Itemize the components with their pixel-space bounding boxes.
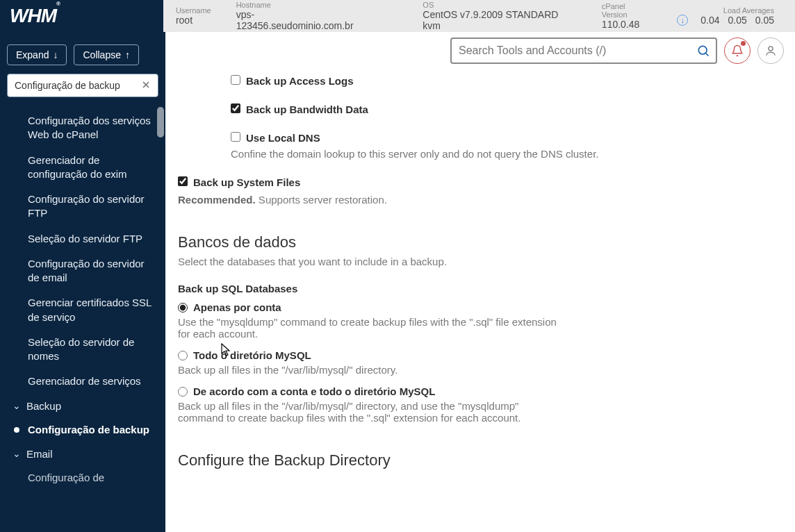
sidebar-scroll-thumb[interactable] — [157, 107, 164, 138]
meta-username: Username root — [163, 6, 224, 26]
radio-entire-dir-label: Todo o diretório MySQL — [193, 349, 311, 361]
db-subheading: Select the databases that you want to in… — [178, 256, 767, 267]
sidebar-item[interactable]: Configuração do servidor FTP — [0, 187, 165, 226]
radio-row-both: De acordo com a conta e todo o diretório… — [178, 385, 767, 397]
checkbox-row-access-logs: Back up Access Logs — [231, 75, 767, 87]
username-label: Username — [176, 6, 211, 15]
chevron-down-icon: ⌄ — [13, 448, 21, 459]
sidebar-nav: Configuração dos serviços Web do cPanel … — [0, 106, 165, 504]
sidebar-scrollbar[interactable] — [157, 106, 164, 532]
sidebar-section-email[interactable]: ⌄ Email — [0, 442, 165, 465]
radio-per-account[interactable] — [178, 303, 188, 313]
search-input[interactable] — [450, 38, 717, 64]
sidebar-item[interactable]: Seleção do servidor de nomes — [0, 330, 165, 369]
hostname-value: vps-123456.seudominio.com.br — [236, 9, 370, 31]
backup-dir-heading: Configure the Backup Directory — [178, 451, 767, 469]
os-value: CentOS v7.9.2009 STANDARD kvm — [423, 9, 577, 31]
meta-load: Load Averages ↓ 0.04 0.05 0.05 — [664, 6, 787, 26]
radio-both[interactable] — [178, 387, 188, 397]
sidebar-item[interactable]: Configuração dos serviços Web do cPanel — [0, 108, 165, 148]
load-label: Load Averages — [677, 6, 774, 15]
expand-button[interactable]: Expand ↓ — [7, 44, 67, 65]
checkbox-sysfiles-label: Back up System Files — [193, 176, 300, 188]
bell-icon — [731, 44, 744, 57]
checkbox-access-logs-label: Back up Access Logs — [246, 75, 354, 87]
sidebar-item[interactable]: Configuração de — [0, 465, 165, 490]
sidebar-filter-value: Configuração de backup — [15, 80, 120, 91]
whm-logo: WHM® — [10, 5, 60, 27]
sidebar-item[interactable]: Gerenciador de serviços — [0, 369, 165, 394]
collapse-label: Collapse — [83, 49, 120, 60]
radio-both-label: De acordo com a conta e todo o diretório… — [193, 385, 435, 397]
topbar: WHM® Username root Hostname vps-123456.s… — [0, 0, 795, 32]
checkbox-local-dns-label: Use Local DNS — [246, 132, 320, 144]
sidebar-item[interactable]: Configuração do servidor de email — [0, 251, 165, 291]
radio-both-help: Back up all files in the "/var/lib/mysql… — [178, 400, 567, 424]
sidebar-section-backup[interactable]: ⌄ Backup — [0, 394, 165, 417]
download-icon: ↓ — [677, 15, 688, 26]
arrow-down-icon: ↓ — [53, 49, 58, 60]
collapse-button[interactable]: Collapse ↑ — [74, 44, 138, 65]
radio-entire-dir-help: Back up all files in the "/var/lib/mysql… — [178, 364, 567, 376]
checkbox-bandwidth-label: Back up Bandwidth Data — [246, 103, 368, 115]
user-icon — [764, 44, 777, 57]
radio-per-account-help: Use the "mysqldump" command to create ba… — [178, 316, 567, 340]
load-values: ↓ 0.04 0.05 0.05 — [677, 15, 774, 26]
cpanel-value: 110.0.48 — [602, 19, 652, 30]
svg-point-2 — [769, 47, 773, 51]
os-label: OS — [423, 1, 577, 9]
sidebar: Expand ↓ Collapse ↑ Configuração de back… — [0, 32, 165, 532]
checkbox-access-logs[interactable] — [231, 75, 240, 85]
search-icon — [696, 44, 710, 58]
sidebar-item[interactable]: Gerenciar certificados SSL de serviço — [0, 290, 165, 330]
meta-hostname: Hostname vps-123456.seudominio.com.br — [224, 1, 383, 31]
meta-cpanel: cPanel Version 110.0.48 — [589, 2, 664, 30]
sidebar-section-label: Backup — [26, 400, 61, 412]
expand-label: Expand — [16, 49, 49, 60]
radio-row-per-account: Apenas por conta — [178, 301, 767, 313]
username-value: root — [176, 15, 211, 26]
checkbox-row-bandwidth: Back up Bandwidth Data — [231, 103, 767, 115]
sysfiles-tip-strong: Recommended. — [178, 194, 256, 206]
main-content: Back up Access Logs Back up Bandwidth Da… — [165, 69, 795, 532]
search-wrap — [450, 38, 717, 64]
sidebar-filter-input[interactable]: Configuração de backup — [7, 74, 158, 97]
chevron-down-icon: ⌄ — [13, 400, 21, 411]
checkbox-row-sysfiles: Back up System Files — [178, 176, 767, 188]
notifications-button[interactable] — [724, 38, 751, 64]
load-15m: 0.05 — [755, 15, 774, 26]
radio-row-entire-dir: Todo o diretório MySQL — [178, 349, 767, 361]
sysfiles-tip-rest: Supports server restoration. — [256, 194, 387, 206]
sidebar-item[interactable]: Gerenciador de configuração do exim — [0, 148, 165, 188]
svg-point-0 — [698, 46, 707, 54]
sidebar-item[interactable]: Seleção do servidor FTP — [0, 226, 165, 251]
sql-backup-title: Back up SQL Databases — [178, 283, 767, 294]
sysfiles-tip: Recommended. Supports server restoration… — [178, 194, 767, 206]
sidebar-item-active[interactable]: Configuração de backup — [0, 417, 165, 442]
sidebar-controls: Expand ↓ Collapse ↑ — [0, 32, 165, 74]
hostname-label: Hostname — [236, 1, 370, 9]
meta-os: OS CentOS v7.9.2009 STANDARD kvm — [410, 1, 589, 31]
load-5m: 0.05 — [728, 15, 747, 26]
sidebar-filter: Configuração de backup — [0, 74, 165, 106]
cpanel-label: cPanel Version — [602, 2, 652, 19]
toolbar — [165, 32, 795, 69]
account-button[interactable] — [757, 38, 784, 64]
radio-entire-dir[interactable] — [178, 351, 188, 360]
radio-per-account-label: Apenas por conta — [193, 301, 281, 313]
load-1m: 0.04 — [700, 15, 719, 26]
sidebar-section-label: Email — [26, 448, 53, 460]
logo-block: WHM® — [0, 0, 163, 32]
local-dns-help: Confine the domain lookup to this server… — [231, 148, 620, 160]
checkbox-sysfiles[interactable] — [178, 176, 188, 186]
checkbox-bandwidth[interactable] — [231, 103, 240, 113]
arrow-up-icon: ↑ — [125, 49, 130, 60]
db-heading: Bancos de dados — [178, 233, 767, 251]
notification-dot-icon — [741, 41, 746, 46]
svg-line-1 — [706, 53, 709, 56]
clear-filter-icon[interactable] — [140, 79, 151, 92]
checkbox-local-dns[interactable] — [231, 132, 240, 142]
checkbox-row-local-dns: Use Local DNS — [231, 132, 767, 144]
